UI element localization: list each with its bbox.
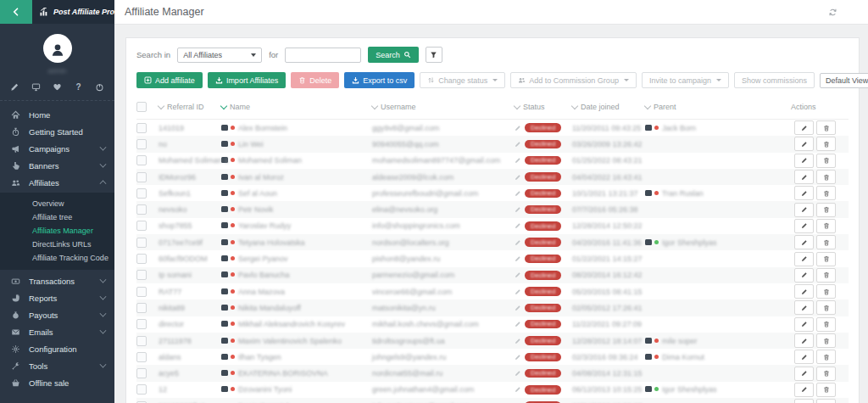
help-icon[interactable]: ? — [74, 82, 83, 92]
affiliate-name[interactable]: Anna Mazova — [238, 288, 285, 296]
edit-status-icon[interactable] — [515, 141, 521, 148]
delete-row-button[interactable] — [816, 137, 836, 151]
header-referral-id[interactable]: Referral ID — [159, 103, 221, 111]
parent-name[interactable]: Igor Sheshplyas — [662, 385, 717, 394]
sidebar-subitem-affiliate-tracking-code[interactable]: Affiliate Tracking Code — [0, 251, 114, 265]
sidebar-item-emails[interactable]: Emails — [0, 323, 114, 340]
edit-row-button[interactable] — [794, 399, 814, 403]
edit-status-icon[interactable] — [515, 386, 521, 393]
affiliate-name[interactable]: Ilhan Tysgen — [238, 353, 281, 361]
affiliate-name[interactable]: Mohamed Soliman — [238, 156, 302, 165]
affiliate-name[interactable]: Ivan al Moroz — [238, 173, 284, 182]
delete-row-button[interactable] — [816, 203, 836, 217]
edit-status-icon[interactable] — [515, 338, 521, 344]
row-checkbox[interactable] — [136, 188, 147, 199]
heart-icon[interactable] — [53, 82, 62, 92]
row-checkbox[interactable] — [136, 384, 147, 395]
edit-row-button[interactable] — [794, 186, 814, 200]
edit-status-icon[interactable] — [515, 271, 521, 278]
row-checkbox[interactable] — [136, 139, 147, 149]
avatar[interactable] — [43, 34, 72, 63]
row-checkbox[interactable] — [136, 270, 147, 280]
edit-status-icon[interactable] — [515, 190, 521, 197]
delete-row-button[interactable] — [816, 235, 836, 249]
affiliate-name[interactable]: Dzovanini Tyoni — [238, 385, 292, 394]
edit-row-button[interactable] — [794, 367, 814, 381]
delete-row-button[interactable] — [816, 333, 836, 348]
edit-status-icon[interactable] — [515, 157, 521, 164]
edit-row-button[interactable] — [794, 333, 814, 348]
row-checkbox[interactable] — [136, 336, 147, 346]
edit-status-icon[interactable] — [515, 255, 521, 262]
affiliate-name[interactable]: Sef al Aoun — [238, 189, 277, 198]
affiliate-name[interactable]: Alex Bornstein — [238, 124, 287, 132]
sidebar-item-campaigns[interactable]: Campaigns — [0, 140, 114, 157]
edit-status-icon[interactable] — [515, 370, 521, 377]
affiliate-name[interactable]: Tetyana Holovatska — [238, 238, 305, 247]
header-parent[interactable]: Parent — [645, 103, 791, 111]
row-checkbox[interactable] — [136, 123, 147, 133]
collapse-sidebar-button[interactable] — [0, 0, 32, 24]
import-affiliates-button[interactable]: Import Affiliates — [208, 72, 286, 88]
delete-row-button[interactable] — [816, 317, 836, 332]
parent-name[interactable]: mile soper — [662, 337, 698, 345]
row-checkbox[interactable] — [136, 254, 147, 264]
parent-name[interactable]: Dima Kornut — [662, 353, 704, 361]
search-input[interactable] — [285, 48, 361, 63]
edit-status-icon[interactable] — [515, 222, 521, 229]
select-all-checkbox[interactable] — [136, 102, 147, 112]
export-csv-button[interactable]: Export to csv — [344, 72, 415, 88]
delete-row-button[interactable] — [816, 399, 836, 403]
affiliate-name[interactable]: Yaroslav Rudyy — [238, 221, 291, 230]
desktop-icon[interactable] — [31, 82, 41, 92]
affiliate-name[interactable]: Petr Novik — [238, 205, 274, 214]
edit-status-icon[interactable] — [515, 239, 521, 246]
sidebar-item-reports[interactable]: Reports — [0, 289, 114, 306]
parent-name[interactable]: Jack Born — [662, 124, 696, 132]
affiliate-name[interactable]: Lin Wei — [238, 140, 264, 148]
sidebar-subitem-affiliate-tree[interactable]: Affiliate tree — [0, 210, 114, 224]
edit-status-icon[interactable] — [515, 305, 521, 311]
sidebar-item-home[interactable]: Home — [0, 106, 114, 123]
delete-row-button[interactable] — [816, 268, 836, 283]
row-checkbox[interactable] — [136, 368, 147, 378]
delete-row-button[interactable] — [816, 284, 836, 299]
row-checkbox[interactable] — [136, 303, 147, 313]
delete-row-button[interactable] — [816, 383, 836, 397]
edit-profile-icon[interactable] — [10, 82, 19, 92]
delete-row-button[interactable] — [816, 219, 836, 233]
delete-row-button[interactable] — [816, 170, 836, 184]
row-checkbox[interactable] — [136, 287, 147, 297]
parent-name[interactable]: Tran Ruslan — [662, 189, 704, 198]
refresh-icon[interactable] — [828, 8, 837, 17]
edit-row-button[interactable] — [794, 317, 814, 332]
sidebar-item-banners[interactable]: Banners — [0, 157, 114, 174]
show-commissions-button[interactable]: Show commissions — [734, 72, 815, 88]
row-checkbox[interactable] — [136, 172, 147, 182]
search-button[interactable]: Search — [368, 47, 419, 63]
edit-row-button[interactable] — [794, 137, 814, 151]
edit-row-button[interactable] — [794, 120, 814, 135]
row-checkbox[interactable] — [136, 352, 147, 362]
row-checkbox[interactable] — [136, 319, 147, 329]
add-affiliate-button[interactable]: Add affiliate — [136, 72, 203, 88]
edit-status-icon[interactable] — [515, 206, 521, 213]
parent-name[interactable]: Igor Sheshplyas — [662, 238, 717, 247]
row-checkbox[interactable] — [136, 238, 147, 248]
edit-row-button[interactable] — [794, 252, 814, 266]
delete-row-button[interactable] — [816, 350, 836, 364]
edit-status-icon[interactable] — [515, 288, 521, 295]
delete-row-button[interactable] — [816, 120, 836, 135]
edit-row-button[interactable] — [794, 268, 814, 283]
edit-row-button[interactable] — [794, 383, 814, 397]
edit-row-button[interactable] — [794, 300, 814, 315]
sidebar-item-tools[interactable]: Tools — [0, 357, 114, 374]
sidebar-subitem-overview[interactable]: Overview — [0, 197, 114, 210]
edit-status-icon[interactable] — [515, 125, 521, 132]
sidebar-item-affiliates[interactable]: Affiliates — [0, 174, 114, 191]
edit-row-button[interactable] — [794, 170, 814, 184]
search-scope-select[interactable]: All Affiliates — [177, 48, 262, 63]
row-checkbox[interactable] — [136, 221, 147, 231]
sidebar-item-configuration[interactable]: Configuration — [0, 340, 114, 357]
affiliate-name[interactable]: Pavlo Banucha — [238, 271, 290, 279]
